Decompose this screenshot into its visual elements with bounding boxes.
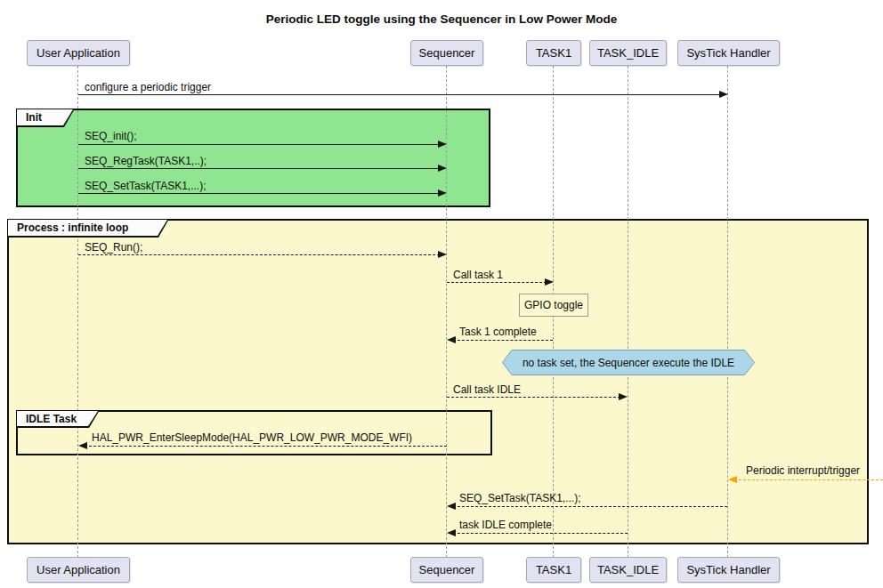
message-seq-regtask-line	[78, 168, 440, 169]
message-seq-settask-init-line	[78, 193, 440, 194]
message-seq-regtask-label: SEQ_RegTask(TASK1,..);	[85, 155, 207, 167]
lifeline-systick-handler	[727, 66, 728, 558]
message-seq-run-label: SEQ_Run();	[85, 241, 142, 254]
participant-top-systick-handler: SysTick Handler	[677, 40, 780, 66]
message-enter-sleep-mode-line	[85, 446, 447, 447]
participant-label: TASK1	[536, 563, 571, 576]
lifeline-task-idle	[628, 66, 628, 558]
message-seq-settask-systick-arrowhead	[447, 503, 456, 510]
participant-bottom-task1: TASK1	[526, 557, 581, 583]
message-enter-sleep-mode-arrowhead	[78, 442, 87, 449]
hexagon-shape: no task set, the Sequencer execute the I…	[502, 350, 755, 375]
message-configure-trigger-arrowhead	[719, 91, 728, 98]
participant-top-user-application: User Application	[27, 40, 130, 66]
participant-label: User Application	[36, 46, 120, 60]
message-seq-init-label: SEQ_init();	[85, 130, 137, 142]
group-process-tab: Process : infinite loop	[7, 219, 169, 238]
message-task-idle-complete-arrowhead	[447, 529, 456, 536]
note-idle-hexagon: no task set, the Sequencer execute the I…	[502, 350, 755, 375]
message-periodic-interrupt-line	[734, 479, 883, 480]
message-seq-settask-systick-line	[453, 506, 727, 507]
lifeline-user-application	[77, 66, 78, 558]
message-call-task-idle-arrowhead	[619, 393, 628, 400]
participant-top-task-idle: TASK_IDLE	[589, 40, 667, 66]
sequence-diagram: Periodic LED toggle using the Sequencer …	[0, 0, 883, 588]
lifeline-sequencer	[446, 66, 447, 558]
participant-bottom-task-idle: TASK_IDLE	[589, 557, 667, 583]
message-task-idle-complete-line	[453, 533, 628, 534]
message-task-idle-complete-label: task IDLE complete	[459, 519, 552, 531]
note-gpio-toggle-label: GPIO toggle	[524, 299, 583, 311]
group-idle-task-tab: IDLE Task	[16, 410, 100, 428]
diagram-title: Periodic LED toggle using the Sequencer …	[0, 12, 883, 26]
participant-label: TASK_IDLE	[597, 563, 659, 576]
group-process-label: Process : infinite loop	[7, 219, 169, 237]
message-task1-complete-label: Task 1 complete	[459, 326, 537, 338]
message-periodic-interrupt-label: Periodic interrupt/trigger	[746, 464, 860, 477]
participant-bottom-user-application: User Application	[27, 557, 130, 583]
message-seq-regtask-arrowhead	[438, 165, 447, 172]
participant-label: User Application	[36, 563, 120, 576]
message-seq-init-line	[78, 144, 440, 145]
message-seq-run-arrowhead	[438, 251, 447, 258]
group-idle-task-label: IDLE Task	[16, 410, 100, 428]
note-gpio-toggle: GPIO toggle	[519, 294, 588, 317]
message-call-task1-label: Call task 1	[453, 269, 503, 281]
group-init-label: Init	[16, 109, 75, 126]
group-init-tab: Init	[16, 109, 75, 127]
participant-bottom-sequencer: Sequencer	[410, 557, 483, 583]
message-configure-trigger-label: configure a periodic trigger	[85, 81, 211, 93]
participant-top-sequencer: Sequencer	[410, 40, 483, 66]
message-enter-sleep-mode-label: HAL_PWR_EnterSleepMode(HAL_PWR_LOW_PWR_M…	[92, 431, 412, 444]
message-call-task1-line	[447, 282, 547, 283]
message-call-task1-arrowhead	[545, 278, 554, 286]
message-seq-settask-systick-label: SEQ_SetTask(TASK1,...);	[459, 492, 581, 504]
message-call-task-idle-line	[447, 397, 620, 398]
message-task1-complete-arrowhead	[447, 336, 456, 343]
message-periodic-interrupt-arrowhead	[728, 476, 737, 483]
message-call-task-idle-label: Call task IDLE	[453, 383, 521, 396]
participant-label: Sequencer	[419, 563, 475, 576]
participant-label: Sequencer	[419, 46, 475, 60]
participant-top-task1: TASK1	[526, 40, 581, 66]
participant-label: TASK1	[536, 46, 571, 60]
message-task1-complete-line	[453, 340, 553, 341]
message-seq-run-line	[78, 254, 440, 255]
group-process	[7, 219, 869, 544]
note-idle-hexagon-label: no task set, the Sequencer execute the I…	[523, 357, 734, 369]
participant-label: TASK_IDLE	[597, 46, 659, 60]
message-seq-settask-init-label: SEQ_SetTask(TASK1,...);	[85, 180, 207, 192]
participant-bottom-systick-handler: SysTick Handler	[677, 557, 780, 583]
message-seq-settask-init-arrowhead	[438, 189, 447, 197]
message-configure-trigger-line	[78, 94, 721, 95]
participant-label: SysTick Handler	[686, 46, 770, 60]
message-seq-init-arrowhead	[438, 141, 447, 148]
participant-label: SysTick Handler	[686, 563, 770, 576]
